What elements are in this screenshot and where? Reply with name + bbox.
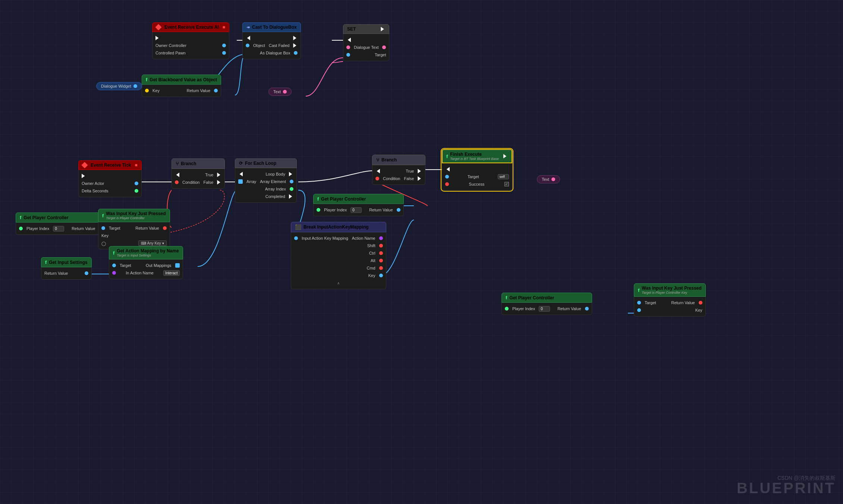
target-pin[interactable]	[101, 226, 105, 230]
player-index-pin[interactable]	[505, 307, 509, 311]
node-body: Return Value	[41, 267, 92, 280]
return-pin[interactable]	[397, 208, 400, 212]
node-body: Dialogue Text Target	[343, 34, 389, 61]
array-index-row: Array Index	[235, 185, 296, 193]
condition-row: Condition False	[172, 179, 224, 186]
key-in-pin[interactable]: ◯	[101, 241, 105, 245]
return-pin[interactable]	[85, 271, 88, 275]
player-index-pin[interactable]	[317, 208, 320, 212]
node-body: Key Return Value	[142, 85, 221, 97]
action-name-out-pin[interactable]	[379, 236, 383, 240]
cast-failed-pin[interactable]	[293, 43, 298, 48]
array-index-pin[interactable]	[290, 187, 293, 191]
text-pin[interactable]	[551, 177, 555, 181]
true-pin[interactable]	[217, 173, 221, 177]
exec-in-pin[interactable]	[246, 36, 250, 40]
exec-in-pin[interactable]	[445, 167, 450, 171]
controlled-pawn-pin[interactable]	[222, 51, 226, 55]
return-pin[interactable]	[163, 226, 167, 230]
target-pin[interactable]	[445, 175, 449, 179]
target-pin[interactable]	[112, 264, 116, 267]
close-icon: ■	[223, 25, 225, 30]
node-header: f Get Player Controller	[313, 194, 404, 204]
player-index-pin[interactable]	[19, 227, 23, 230]
key-out-pin[interactable]	[379, 274, 383, 277]
node-header: ↠ Cast To DialogueBox	[242, 22, 301, 32]
object-pin[interactable]	[246, 44, 249, 47]
action-name-pin[interactable]	[112, 271, 116, 275]
action-name-row: In Action Name Interact	[109, 269, 183, 277]
cmd-pin[interactable]	[379, 266, 383, 270]
return-pin[interactable]	[214, 89, 218, 92]
dialogue-widget-pin[interactable]	[133, 84, 137, 88]
action-name-value[interactable]: Interact	[163, 270, 179, 276]
target-pin[interactable]	[346, 53, 350, 57]
condition-pin[interactable]	[175, 180, 179, 184]
dialogue-text-pin[interactable]	[346, 45, 350, 49]
true-pin[interactable]	[418, 169, 422, 173]
player-index-value[interactable]: 0	[53, 226, 64, 231]
success-pin[interactable]	[445, 182, 449, 186]
var-label: Dialogue Widget	[101, 84, 131, 88]
condition-pin[interactable]	[375, 177, 379, 180]
owner-actor-pin[interactable]	[135, 182, 138, 185]
csdn-label: CSDN @消失的叔斯基斯	[777, 475, 836, 482]
key-in-pin[interactable]	[637, 308, 641, 312]
player-index-value[interactable]: 0	[539, 306, 550, 312]
dialogue-text-out-pin[interactable]	[382, 45, 386, 49]
node-subtitle: Target is Player Controller	[106, 216, 166, 220]
owner-controller-pin[interactable]	[222, 44, 226, 47]
completed-pin[interactable]	[289, 194, 293, 199]
func-icon: f	[638, 287, 639, 293]
input-pin[interactable]	[294, 236, 298, 240]
array-pin[interactable]	[238, 179, 243, 184]
exec-in-pin[interactable]	[375, 169, 380, 173]
text-var-pin[interactable]	[283, 90, 287, 94]
node-title: For Each Loop	[245, 161, 276, 166]
node-body: True Condition False	[172, 169, 225, 189]
target-pin[interactable]	[637, 301, 641, 305]
return-pin[interactable]	[585, 307, 589, 311]
cast-to-dialoguebox: ↠ Cast To DialogueBox Object Cast Failed…	[242, 22, 301, 59]
exec-out-pin[interactable]	[82, 174, 86, 178]
exec-row	[152, 34, 229, 42]
player-index-row: Player Index 0 Return Value	[314, 206, 403, 214]
exec-in-pin[interactable]	[238, 172, 243, 176]
exec-in-pin[interactable]	[175, 173, 179, 177]
target-value: self	[498, 174, 509, 179]
key-pin[interactable]	[145, 89, 149, 92]
node-title: SET	[347, 26, 356, 32]
object-row: Object Cast Failed	[243, 42, 301, 49]
get-input-settings: f Get Input Settings Return Value	[41, 257, 92, 280]
as-dialogue-row: As Dialogue Box	[243, 49, 301, 57]
shift-pin[interactable]	[379, 244, 383, 248]
node-header: f Get Player Controller	[501, 293, 592, 303]
key-selector[interactable]: ⌨ Any Key ▾	[138, 240, 167, 246]
exec-in-pin[interactable]	[346, 38, 351, 42]
as-dialogue-pin[interactable]	[294, 51, 298, 55]
false-pin[interactable]	[217, 180, 221, 185]
success-checkbox[interactable]: ✓	[504, 182, 509, 186]
return-row: Return Value	[41, 270, 91, 277]
exec-out-pin[interactable]	[381, 27, 385, 31]
watermark: BLUEPRINT	[737, 480, 836, 497]
false-pin[interactable]	[418, 176, 422, 181]
return-pin[interactable]	[699, 301, 702, 305]
node-title: Get Player Controller	[509, 295, 554, 300]
cast-icon: ↠	[246, 25, 250, 30]
array-element-pin[interactable]	[290, 180, 293, 183]
delta-seconds-pin[interactable]	[135, 189, 138, 193]
loop-body-pin[interactable]	[289, 172, 293, 176]
exec-out-pin[interactable]	[503, 154, 508, 158]
key-value: Any Key ▾	[147, 241, 164, 245]
exec-out-pin[interactable]	[293, 36, 298, 40]
text-label: Text	[542, 177, 549, 182]
out-mappings-pin[interactable]	[175, 263, 180, 268]
ctrl-pin[interactable]	[379, 251, 383, 255]
key-row: Key Return Value	[142, 87, 221, 94]
exec-out-pin[interactable]	[155, 36, 160, 40]
player-index-value[interactable]: 0	[350, 207, 362, 213]
branch-2: ⑂ Branch True Condition False	[372, 155, 425, 185]
alt-pin[interactable]	[379, 259, 383, 262]
node-header: f Get Input Settings	[41, 257, 92, 267]
